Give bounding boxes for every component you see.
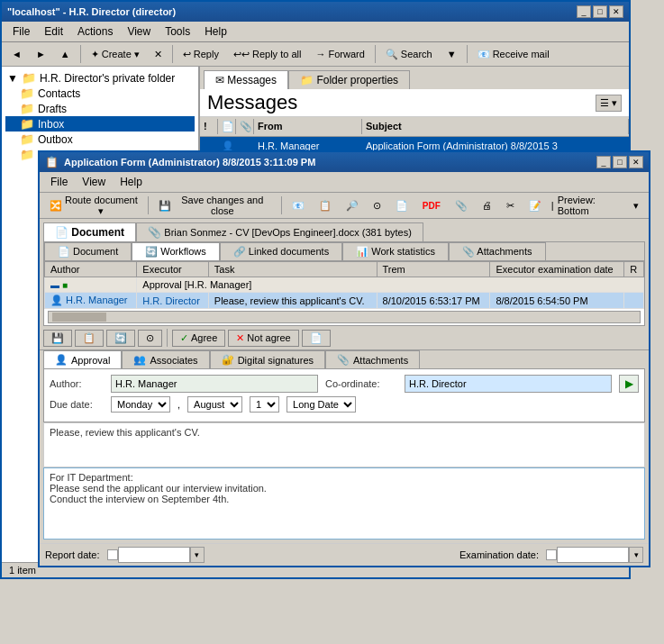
report-date-combo[interactable]: ▾ [107, 547, 205, 563]
menu-file[interactable]: File [5, 23, 37, 40]
tb-btn-9[interactable]: ✂ [500, 195, 521, 215]
action-copy[interactable]: 📋 [75, 330, 104, 347]
reply-button[interactable]: ↩ Reply [177, 44, 225, 64]
message-list-header: ! 📄 📎 From Subject [200, 117, 629, 137]
wf-tab-document[interactable]: 📄 Document [44, 242, 132, 260]
sidebar-item-contacts[interactable]: 📁 Contacts [5, 86, 195, 101]
col-flag[interactable]: ! [200, 119, 218, 134]
tab-messages[interactable]: ✉ Messages [204, 70, 288, 89]
save-close-button[interactable]: 💾 Save changes and close [152, 195, 277, 215]
sort-button[interactable]: ☰ ▾ [596, 95, 622, 112]
author-input[interactable] [111, 375, 318, 393]
message-tabs: ✉ Messages 📁 Folder properties [204, 70, 625, 89]
app-menu-help[interactable]: Help [113, 174, 150, 190]
reply-all-button[interactable]: ↩↩ Reply to all [227, 44, 307, 64]
report-date-checkbox[interactable] [107, 549, 118, 560]
delete-button[interactable]: ✕ [148, 44, 168, 64]
wf-tab-linked[interactable]: 🔗 Linked documents [220, 242, 342, 260]
menu-help[interactable]: Help [197, 23, 234, 40]
agree-button[interactable]: ✓ Agree [172, 330, 225, 347]
action-save[interactable]: 💾 [43, 330, 72, 347]
tab-associates[interactable]: 👥 Associates [122, 350, 209, 368]
sidebar-item-outbox[interactable]: 📁 Outbox [5, 132, 195, 147]
workflow-scrollbar[interactable] [48, 311, 641, 323]
col-task[interactable]: Task [208, 262, 377, 277]
exam-date-combo[interactable]: ▾ [546, 547, 643, 563]
back-button[interactable]: ◄ [5, 44, 28, 64]
menu-view[interactable]: View [120, 23, 158, 40]
col-from[interactable]: From [254, 119, 362, 134]
coord-input[interactable] [405, 375, 612, 393]
menu-tools[interactable]: Tools [158, 23, 197, 40]
app-close-button[interactable]: ✕ [629, 156, 643, 168]
close-button[interactable]: ✕ [609, 5, 623, 18]
report-date-input[interactable] [118, 547, 190, 563]
tab-attachment-file[interactable]: 📎 Brian Sonmez - CV [DevOps Engineer].do… [136, 222, 423, 241]
wf-data-row[interactable]: 👤 H.R. Manager H.R. Director Please, rev… [45, 293, 644, 309]
col-r[interactable]: R [624, 262, 644, 277]
preview-dropdown[interactable]: ▾ [627, 195, 645, 215]
exam-date-checkbox[interactable] [546, 549, 557, 560]
app-menu-file[interactable]: File [43, 174, 75, 190]
tb-btn-pdf[interactable]: PDF [416, 195, 447, 215]
tab-folder-properties[interactable]: 📁 Folder properties [288, 70, 410, 89]
tb-btn-1[interactable]: 📧 [286, 195, 311, 215]
app-maximize-button[interactable]: □ [613, 156, 627, 168]
sidebar-item-drafts[interactable]: 📁 Drafts [5, 101, 195, 116]
col-author[interactable]: Author [45, 262, 137, 277]
not-agree-button[interactable]: ✕ Not agree [228, 330, 298, 347]
tb-btn-4[interactable]: ⊙ [367, 195, 387, 215]
filter-button[interactable]: ▼ [441, 44, 463, 64]
action-doc[interactable]: 📄 [302, 330, 331, 347]
due-date-num-select[interactable]: 1 [250, 396, 279, 413]
exam-date-dropdown[interactable]: ▾ [629, 547, 643, 563]
col-trem[interactable]: Trem [377, 262, 490, 277]
due-date-day-select[interactable]: Monday [111, 396, 170, 413]
search-button[interactable]: 🔍 Search [379, 44, 439, 64]
col-exam-date[interactable]: Executor examination date [490, 262, 624, 277]
folder-props-icon: 📁 [300, 74, 314, 86]
app-minimize-button[interactable]: _ [596, 156, 611, 168]
tb-btn-2[interactable]: 📋 [313, 195, 338, 215]
notes-text-area[interactable]: For IT Department: Please send the appli… [43, 467, 645, 540]
col-subject[interactable]: Subject [362, 119, 629, 134]
wf-tab-workflows[interactable]: 🔄 Workflows [132, 242, 220, 260]
tab-document[interactable]: 📄 Document [43, 222, 136, 241]
up-button[interactable]: ▲ [54, 44, 77, 64]
tab-approval[interactable]: 👤 Approval [43, 350, 122, 368]
create-button[interactable]: ✦ Create ▾ [85, 44, 146, 64]
forward-nav-button[interactable]: ► [30, 44, 52, 64]
tree-root[interactable]: ▼ 📁 H.R. Director's private folder [5, 70, 195, 86]
tb-btn-5[interactable]: 📄 [389, 195, 414, 215]
wf-tab-stats[interactable]: 📊 Work statistics [342, 242, 449, 260]
wf-tab-attachments[interactable]: 📎 Attachments [449, 242, 546, 260]
col-type[interactable]: 📄 [218, 119, 236, 134]
receive-mail-button[interactable]: 📧 Receive mail [471, 44, 556, 64]
tb-btn-3[interactable]: 🔎 [340, 195, 365, 215]
due-date-format-select[interactable]: Long Date [287, 396, 356, 413]
tab-digital-signatures[interactable]: 🔐 Digital signatures [210, 350, 325, 368]
main-window-controls[interactable]: _ □ ✕ [577, 5, 623, 18]
menu-edit[interactable]: Edit [37, 23, 70, 40]
tb-btn-7[interactable]: 📎 [449, 195, 474, 215]
menu-actions[interactable]: Actions [70, 23, 120, 40]
exam-date-input[interactable] [557, 547, 629, 563]
forward-button[interactable]: → Forward [309, 44, 370, 64]
sidebar-item-inbox[interactable]: 📁 Inbox [5, 116, 195, 132]
app-window-controls[interactable]: _ □ ✕ [596, 156, 643, 168]
wf-cell: ▬ ■ [45, 277, 137, 293]
report-date-dropdown[interactable]: ▾ [190, 547, 205, 563]
tab-attachments[interactable]: 📎 Attachments [325, 350, 420, 368]
minimize-button[interactable]: _ [577, 5, 591, 18]
col-executor[interactable]: Executor [137, 262, 209, 277]
col-attach[interactable]: 📎 [236, 119, 254, 134]
due-date-month-select[interactable]: August [187, 396, 242, 413]
action-refresh[interactable]: 🔄 [106, 330, 135, 347]
tb-btn-10[interactable]: 📝 [523, 195, 548, 215]
action-circle[interactable]: ⊙ [138, 330, 162, 347]
app-menu-view[interactable]: View [75, 174, 113, 190]
coord-forward-button[interactable]: ▶ [619, 375, 639, 393]
tb-btn-8[interactable]: 🖨 [476, 195, 498, 215]
maximize-button[interactable]: □ [593, 5, 607, 18]
route-document-button[interactable]: 🔀 Route document ▾ [43, 195, 144, 215]
